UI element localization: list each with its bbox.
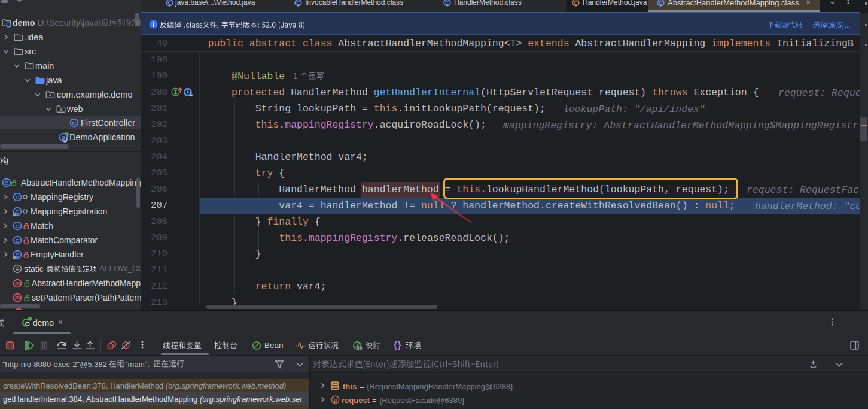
svg-text:C: C (16, 223, 20, 229)
svg-text:C: C (445, 0, 449, 6)
svg-text:C: C (659, 0, 663, 6)
svg-text:m: m (15, 280, 20, 286)
svg-text:p: p (334, 397, 337, 403)
svg-text:C: C (167, 0, 172, 6)
svg-text:C: C (296, 0, 300, 6)
svg-text:C: C (62, 134, 66, 140)
svg-text:m: m (15, 295, 20, 301)
svg-text:C: C (16, 208, 20, 215)
svg-text:C: C (16, 237, 20, 244)
svg-text:C: C (574, 0, 578, 6)
svg-text:C: C (16, 252, 20, 258)
svg-text:C: C (5, 180, 9, 186)
svg-text:C: C (16, 194, 20, 201)
svg-text:C: C (72, 119, 77, 126)
